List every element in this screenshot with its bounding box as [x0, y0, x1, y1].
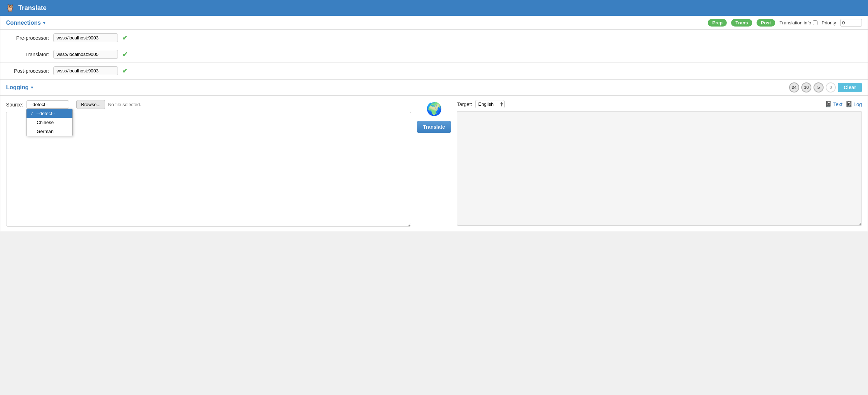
priority-label: Priority	[822, 20, 836, 25]
source-select-display[interactable]: --detect--	[26, 100, 69, 109]
source-language-dropdown[interactable]: --detect-- ✓ --detect-- Chinese German	[26, 100, 69, 109]
translation-info-checkbox[interactable]	[813, 20, 817, 25]
text-link-label: Text	[833, 101, 843, 107]
logging-header: Logging ▼ 24 10 5 0 Clear	[0, 79, 868, 96]
log-badge-24[interactable]: 24	[789, 82, 799, 92]
dropdown-item-german[interactable]: German	[27, 127, 72, 136]
source-header: Source: --detect-- ✓ --detect-- Chinese	[6, 100, 411, 109]
postprocessor-input[interactable]	[53, 66, 118, 75]
postprocessor-check-icon: ✔	[122, 67, 128, 75]
target-language-select[interactable]: English Chinese German	[475, 100, 505, 108]
browse-button[interactable]: Browse...	[76, 100, 105, 109]
postprocessor-row: Post-processor: ✔	[0, 63, 868, 79]
translate-button[interactable]: Translate	[417, 121, 451, 133]
source-section: Source: --detect-- ✓ --detect-- Chinese	[6, 100, 411, 227]
no-file-text: No file selected.	[108, 102, 141, 107]
browse-section: Browse... No file selected.	[76, 100, 141, 109]
checkmark-icon: ✓	[30, 111, 34, 116]
postprocessor-label: Post-processor:	[6, 68, 49, 74]
target-label: Target:	[457, 101, 472, 107]
target-language-wrapper: English Chinese German ▲ ▼	[475, 100, 505, 108]
middle-section: 🌍 Translate	[417, 100, 451, 133]
translation-area: Source: --detect-- ✓ --detect-- Chinese	[0, 96, 868, 231]
translator-row: Translator: ✔	[0, 46, 868, 63]
dropdown-item-chinese[interactable]: Chinese	[27, 118, 72, 127]
preprocessor-input[interactable]	[53, 33, 118, 42]
target-right: 📓 Text 📓 Log	[825, 101, 862, 108]
post-badge[interactable]: Post	[757, 19, 775, 27]
log-badge-0[interactable]: 0	[826, 82, 836, 92]
log-notebook-icon: 📓	[845, 101, 853, 108]
log-badge-10[interactable]: 10	[801, 82, 811, 92]
priority-input[interactable]	[840, 19, 862, 27]
connections-right: Prep Trans Post Translation info Priorit…	[708, 19, 862, 27]
logging-title-text: Logging	[6, 84, 29, 91]
preprocessor-check-icon: ✔	[122, 34, 128, 42]
connections-header: Connections ▼ Prep Trans Post Translatio…	[0, 16, 868, 30]
text-link[interactable]: 📓 Text	[825, 101, 843, 108]
translator-input[interactable]	[53, 50, 118, 59]
logging-chevron: ▼	[30, 85, 34, 90]
prep-badge[interactable]: Prep	[708, 19, 727, 27]
preprocessor-label: Pre-processor:	[6, 35, 49, 41]
connections-title-text: Connections	[6, 20, 41, 26]
translation-info-label: Translation info	[779, 20, 817, 25]
target-textarea[interactable]	[457, 111, 862, 226]
dropdown-item-detect[interactable]: ✓ --detect--	[27, 109, 72, 118]
source-label: Source:	[6, 102, 23, 108]
preprocessor-row: Pre-processor: ✔	[0, 30, 868, 46]
text-notebook-icon: 📓	[825, 101, 832, 108]
connections-chevron: ▼	[42, 21, 46, 25]
title-bar: 🦉 Translate	[0, 0, 868, 16]
globe-icon: 🌍	[426, 101, 442, 116]
log-link-label: Log	[854, 101, 862, 107]
source-dropdown-menu: ✓ --detect-- Chinese German	[26, 109, 73, 136]
trans-badge[interactable]: Trans	[731, 19, 752, 27]
target-section: Target: English Chinese German ▲ ▼	[457, 100, 862, 226]
connections-section-toggle[interactable]: Connections ▼	[6, 20, 46, 26]
target-left: Target: English Chinese German ▲ ▼	[457, 100, 505, 108]
clear-button[interactable]: Clear	[838, 83, 862, 92]
translator-check-icon: ✔	[122, 51, 128, 58]
main-content: Connections ▼ Prep Trans Post Translatio…	[0, 16, 868, 231]
owl-icon: 🦉	[6, 4, 15, 12]
translator-label: Translator:	[6, 52, 49, 57]
log-link[interactable]: 📓 Log	[845, 101, 862, 108]
logging-section-toggle[interactable]: Logging ▼	[6, 84, 34, 91]
logging-right: 24 10 5 0 Clear	[789, 82, 862, 92]
target-header: Target: English Chinese German ▲ ▼	[457, 100, 862, 108]
app-title: Translate	[18, 4, 47, 12]
log-badge-5[interactable]: 5	[814, 82, 824, 92]
